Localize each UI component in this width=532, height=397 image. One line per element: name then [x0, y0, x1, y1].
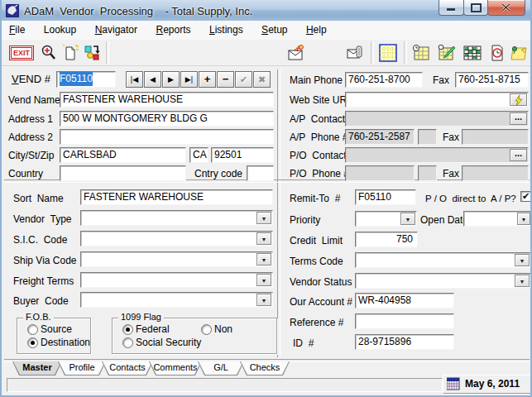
menu-lookup[interactable]: Lookup [36, 21, 84, 40]
country-input[interactable] [60, 165, 186, 181]
ap-fax-input[interactable] [462, 129, 529, 145]
menu-navigator[interactable]: Navigator [88, 21, 145, 40]
tab-gl[interactable]: G/L [198, 361, 244, 375]
fob-source-label[interactable]: Source [41, 323, 72, 335]
buyer-code-dropdown-arrow[interactable]: ▼ [256, 294, 271, 306]
exit-button[interactable]: EXIT [8, 42, 35, 64]
fob-destination-radio[interactable] [27, 337, 38, 348]
menu-file[interactable]: File [2, 21, 32, 40]
prev-record-button[interactable]: ◀ [144, 71, 161, 88]
tab-master[interactable]: Master [12, 361, 62, 375]
delete-record-button[interactable]: − [217, 71, 234, 88]
flag1099-non-radio[interactable] [201, 324, 212, 335]
vend-name-input[interactable]: FASTENER WAREHOUSE [60, 92, 274, 108]
navigator-icon[interactable] [81, 42, 103, 64]
last-record-button[interactable]: ▶| [180, 71, 198, 88]
ap-contact-input[interactable]: JUNE ... [345, 111, 529, 127]
address1-input[interactable]: 500 W MONTGOMERY BLDG G [60, 111, 274, 127]
priority-combo[interactable]: 3 ▼ [355, 211, 417, 227]
document-clock-icon[interactable] [486, 42, 508, 64]
close-button[interactable] [487, 0, 525, 16]
mail-alert-icon[interactable] [286, 42, 308, 64]
freight-terms-dropdown-arrow[interactable]: ▼ [256, 274, 271, 286]
web-launch-button[interactable] [510, 93, 527, 106]
remit-to-input[interactable]: F05110 [355, 189, 416, 205]
calendar-clock-icon[interactable] [410, 42, 432, 64]
flag1099-social-radio[interactable] [122, 337, 133, 348]
id-number-input[interactable]: 28-9715896 [355, 334, 454, 350]
vendor-type-dropdown-arrow[interactable]: ▼ [256, 212, 271, 224]
vendor-type-label: Vendor Type [13, 213, 72, 225]
vendor-type-combo[interactable]: FASTENERS ▼ [80, 210, 273, 226]
main-fax-input[interactable]: 760-251-8715 [455, 72, 529, 88]
tab-profile[interactable]: Profile [58, 361, 106, 375]
menu-bar: File Lookup Navigator Reports Listings S… [2, 21, 530, 41]
sic-code-combo[interactable]: 3429 ▼ [80, 231, 273, 246]
our-account-input[interactable]: WR-404958 [355, 293, 454, 309]
zip-input[interactable]: 92501 [211, 147, 274, 163]
po-contact-lookup-button[interactable]: ... [510, 149, 527, 161]
fob-destination-label[interactable]: Destination [41, 337, 90, 348]
sic-code-dropdown-arrow[interactable]: ▼ [256, 232, 271, 245]
terms-code-dropdown-arrow[interactable]: ▼ [515, 254, 530, 266]
reference-input[interactable] [355, 313, 454, 329]
tab-comments[interactable]: Comments [149, 361, 202, 375]
zoom-icon[interactable] [38, 42, 60, 64]
po-direct-checkbox[interactable] [520, 191, 531, 202]
ship-via-dropdown-arrow[interactable]: ▼ [256, 253, 271, 265]
po-phone-ext-input[interactable] [418, 165, 437, 181]
schedule-grid-icon[interactable] [462, 42, 483, 64]
flag1099-social-label[interactable]: Social Security [136, 337, 201, 348]
spreadsheet-icon[interactable] [377, 42, 399, 64]
ap-contact-lookup-button[interactable]: ... [510, 112, 527, 125]
flag1099-federal-radio[interactable] [122, 324, 133, 335]
state-input[interactable]: CA [189, 147, 208, 163]
open-date-dropdown-arrow[interactable]: ▼ [517, 213, 530, 225]
insert-record-button[interactable]: + [199, 71, 216, 88]
new-document-icon[interactable] [60, 42, 81, 64]
ap-phone-ext-input[interactable] [418, 129, 437, 145]
web-url-input[interactable] [345, 92, 529, 108]
sort-name-input[interactable]: FASTENER WAREHOUSE [80, 189, 273, 205]
maximize-button[interactable] [463, 0, 488, 16]
vendor-status-combo[interactable]: ACTIVE ▼ [355, 273, 531, 289]
calendar-edit-icon[interactable] [436, 42, 458, 64]
tab-contacts[interactable]: Contacts [102, 361, 153, 375]
freight-terms-label: Freight Terms [13, 275, 74, 287]
first-record-button[interactable]: |◀ [126, 71, 143, 88]
po-phone-input[interactable] [345, 165, 415, 181]
cntry-code-input[interactable] [247, 165, 274, 181]
buyer-code-combo[interactable]: ▼ [80, 292, 273, 308]
vendor-status-dropdown-arrow[interactable]: ▼ [515, 275, 530, 287]
menu-help[interactable]: Help [299, 21, 334, 40]
priority-dropdown-arrow[interactable]: ▼ [400, 213, 415, 225]
menu-setup[interactable]: Setup [254, 21, 295, 40]
minimize-button[interactable] [439, 0, 464, 16]
main-phone-input[interactable]: 760-251-8700 [345, 72, 423, 88]
vend-number-input[interactable]: F05110 [56, 71, 116, 88]
menu-listings[interactable]: Listings [202, 21, 251, 40]
calendar-icon[interactable] [447, 377, 460, 390]
city-input[interactable]: CARLSBAD [60, 147, 186, 163]
post-edit-button[interactable]: ✔ [235, 71, 252, 88]
cancel-edit-button[interactable]: ✖ [253, 71, 271, 88]
mail-print-icon[interactable] [344, 42, 366, 64]
address2-input[interactable] [60, 129, 274, 145]
flag1099-federal-label[interactable]: Federal [136, 323, 170, 335]
web-url-label: Web Site URL [290, 94, 352, 106]
po-fax-input[interactable] [462, 165, 529, 181]
open-date-combo[interactable]: 11/03/1998 ▼ [463, 211, 532, 227]
ap-phone-input[interactable]: 760-251-2587 [345, 129, 415, 145]
ship-via-combo[interactable]: THEIR TRUCK ▼ [80, 251, 273, 267]
menu-reports[interactable]: Reports [148, 21, 198, 40]
title-bar[interactable]: ADaM Vendor Processing - Total Supply, I… [0, 0, 532, 23]
tab-checks[interactable]: Checks [240, 361, 290, 375]
po-contact-input[interactable]: FRANKIE ... [345, 147, 529, 163]
credit-limit-input[interactable]: 750 [355, 232, 418, 247]
next-record-button[interactable]: ▶ [162, 71, 180, 88]
flag1099-non-label[interactable]: Non [214, 323, 232, 335]
sticky-note-icon[interactable] [508, 42, 530, 64]
fob-source-radio[interactable] [27, 324, 38, 335]
terms-code-combo[interactable]: 2% 10 - NET 30 ▼ [355, 252, 531, 268]
freight-terms-combo[interactable]: Collect ▼ [80, 272, 273, 288]
